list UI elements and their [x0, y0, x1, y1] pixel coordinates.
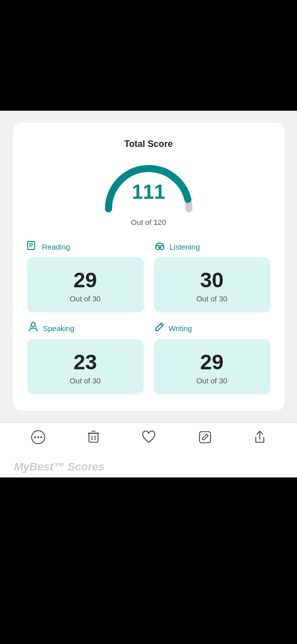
writing-out-of: Out of 30 [196, 376, 228, 385]
writing-header: Writing [154, 321, 270, 335]
listening-section: Listening 30 Out of 30 [154, 240, 270, 312]
listening-score: 30 [200, 269, 224, 292]
total-score-label: Total Score [124, 139, 173, 149]
delete-icon[interactable] [87, 430, 100, 447]
writing-score: 29 [200, 351, 224, 374]
listening-header: Listening [154, 240, 270, 253]
reading-header: Reading [27, 240, 144, 253]
svg-point-14 [40, 436, 42, 438]
writing-card: 29 Out of 30 [154, 339, 270, 394]
reading-score: 29 [73, 269, 97, 292]
reading-icon [27, 240, 38, 253]
svg-point-7 [31, 323, 35, 327]
score-card: Total Score 111 Out of 120 [13, 123, 284, 411]
svg-rect-20 [200, 432, 211, 443]
listening-label: Listening [170, 243, 200, 251]
svg-point-13 [37, 436, 39, 438]
reading-out-of: Out of 30 [70, 294, 101, 303]
speaking-icon [27, 321, 39, 335]
gauge-out-of: Out of 120 [131, 218, 166, 226]
gauge-score: 111 [132, 181, 165, 203]
reading-label: Reading [42, 243, 70, 251]
reading-card: 29 Out of 30 [27, 257, 144, 312]
mybest-label: MyBest™ Scores [0, 454, 297, 477]
svg-rect-0 [28, 242, 35, 250]
skills-grid: Reading 29 Out of 30 [27, 240, 270, 394]
score-card-area: Total Score 111 Out of 120 [0, 111, 297, 423]
bottom-bar [0, 423, 297, 454]
writing-label: Writing [169, 324, 192, 333]
listening-out-of: Out of 30 [196, 294, 228, 303]
reading-section: Reading 29 Out of 30 [27, 240, 144, 312]
svg-line-8 [30, 326, 31, 328]
listening-icon [154, 240, 166, 253]
writing-icon [154, 321, 165, 335]
top-black-bar [0, 0, 297, 111]
writing-section: Writing 29 Out of 30 [154, 321, 270, 394]
listening-card: 30 Out of 30 [154, 257, 270, 312]
speaking-label: Speaking [43, 324, 75, 333]
share-icon[interactable] [254, 430, 266, 447]
bottom-black-bar [0, 477, 297, 644]
speaking-out-of: Out of 30 [70, 376, 101, 385]
heart-icon[interactable] [142, 431, 156, 447]
svg-line-9 [35, 326, 36, 328]
speaking-section: Speaking 23 Out of 30 [27, 321, 144, 394]
more-icon[interactable] [31, 430, 45, 447]
speaking-card: 23 Out of 30 [27, 339, 144, 394]
gauge-container: 111 [98, 158, 199, 214]
speaking-header: Speaking [27, 321, 144, 335]
svg-rect-15 [89, 433, 98, 442]
edit-icon[interactable] [199, 431, 212, 447]
speaking-score: 23 [73, 351, 97, 374]
svg-point-12 [34, 436, 36, 438]
